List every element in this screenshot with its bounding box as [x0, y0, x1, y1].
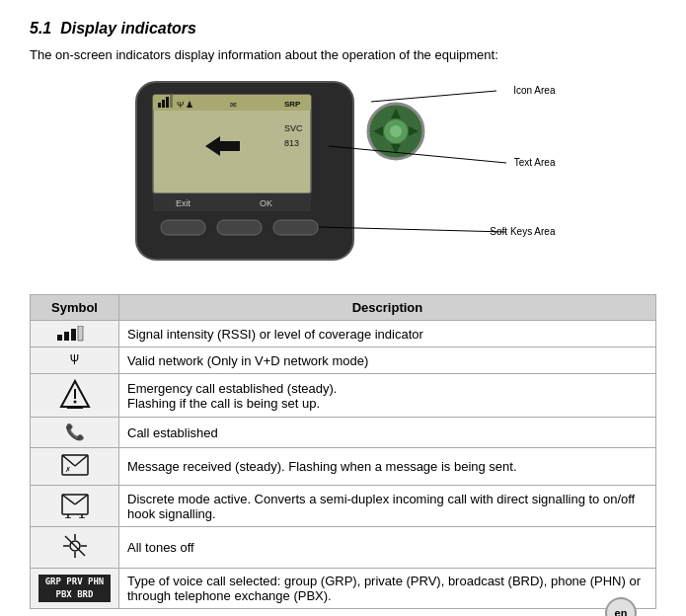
tones-off-icon	[61, 532, 89, 560]
svg-line-41	[75, 455, 88, 466]
table-row: Discrete mode active. Converts a semi-du…	[31, 486, 656, 527]
icon-area-label-container: Icon Area	[513, 82, 555, 97]
svg-rect-6	[170, 95, 173, 108]
svg-point-36	[73, 401, 76, 404]
table-row: Emergency call established (steady).Flas…	[31, 374, 656, 418]
table-row: 📞 Call established	[31, 418, 656, 448]
grp-label: GRP PRV PHNPBX BRD	[38, 575, 111, 601]
description-cell: Call established	[119, 418, 656, 448]
symbol-cell	[31, 486, 119, 527]
svg-rect-3	[158, 103, 161, 108]
section-title: Display indicators	[60, 20, 196, 37]
discrete-icon	[60, 491, 90, 518]
network-icon: Ψ	[70, 352, 78, 368]
table-row: All tones off	[31, 527, 656, 569]
table-row: Ψ Valid network (Only in V+D network mod…	[31, 347, 656, 374]
col-description: Description	[119, 295, 656, 321]
svg-rect-32	[71, 329, 76, 341]
svg-rect-30	[57, 335, 62, 341]
svg-text:Exit: Exit	[176, 198, 191, 208]
icon-area-label: Icon Area	[513, 85, 555, 96]
svg-line-45	[75, 495, 88, 504]
symbol-cell	[31, 321, 119, 347]
symbol-cell: 📞	[31, 418, 119, 448]
svg-rect-31	[64, 332, 69, 341]
description-cell: Type of voice call selected: group (GRP)…	[119, 569, 656, 609]
table-row: ✗ Message received (steady). Flashing wh…	[31, 448, 656, 486]
svg-text:SRP: SRP	[284, 100, 301, 109]
svg-text:OK: OK	[260, 198, 272, 208]
section-heading: 5.1 Display indicators	[30, 20, 656, 38]
section-number: 5.1	[30, 20, 51, 37]
symbol-cell: GRP PRV PHNPBX BRD	[31, 569, 119, 609]
svg-line-44	[62, 495, 75, 504]
table-row: GRP PRV PHNPBX BRD Type of voice call se…	[31, 569, 656, 609]
text-area-label: Text Area	[514, 157, 556, 168]
svg-rect-33	[78, 326, 83, 341]
col-symbol: Symbol	[31, 295, 119, 321]
svg-point-22	[390, 125, 402, 137]
svg-rect-5	[166, 97, 169, 108]
intro-text: The on-screen indicators display informa…	[30, 47, 656, 62]
svg-text:♟: ♟	[186, 100, 193, 110]
svg-text:Ψ: Ψ	[177, 100, 185, 110]
description-cell: Signal intensity (RSSI) or level of cove…	[119, 321, 656, 347]
device-svg: Ψ ♟ ✉ SRP SVC 813 Exit OK	[131, 77, 427, 270]
symbol-cell	[31, 374, 119, 418]
svg-text:✉: ✉	[230, 101, 237, 110]
description-cell: Message received (steady). Flashing when…	[119, 448, 656, 486]
text-area-label-container: Text Area	[514, 154, 556, 169]
symbol-cell	[31, 527, 119, 569]
symbols-table: Symbol Description Signal intensity (RSS…	[30, 294, 656, 609]
svg-rect-17	[161, 220, 205, 235]
device-illustration-container: Ψ ♟ ✉ SRP SVC 813 Exit OK	[30, 77, 656, 274]
description-cell: Valid network (Only in V+D network mode)	[119, 347, 656, 374]
signal-icon	[55, 326, 95, 342]
description-cell: Discrete mode active. Converts a semi-du…	[119, 486, 656, 527]
svg-text:813: 813	[284, 138, 299, 148]
symbol-cell: Ψ	[31, 347, 119, 374]
symbol-cell: ✗	[31, 448, 119, 486]
soft-keys-area-label: Soft Keys Area	[490, 226, 555, 237]
svg-rect-4	[162, 100, 165, 108]
svg-text:SVC: SVC	[284, 123, 303, 133]
message-icon: ✗	[60, 453, 90, 477]
description-cell: Emergency call established (steady).Flas…	[119, 374, 656, 418]
description-cell: All tones off	[119, 527, 656, 569]
soft-keys-area-label-container: Soft Keys Area	[490, 223, 555, 238]
svg-text:✗: ✗	[65, 466, 71, 473]
svg-rect-18	[217, 220, 262, 235]
svg-rect-19	[273, 220, 318, 235]
emergency-icon	[57, 379, 93, 409]
svg-line-40	[62, 455, 75, 466]
call-icon: 📞	[65, 424, 85, 442]
table-row: Signal intensity (RSSI) or level of cove…	[31, 321, 656, 347]
